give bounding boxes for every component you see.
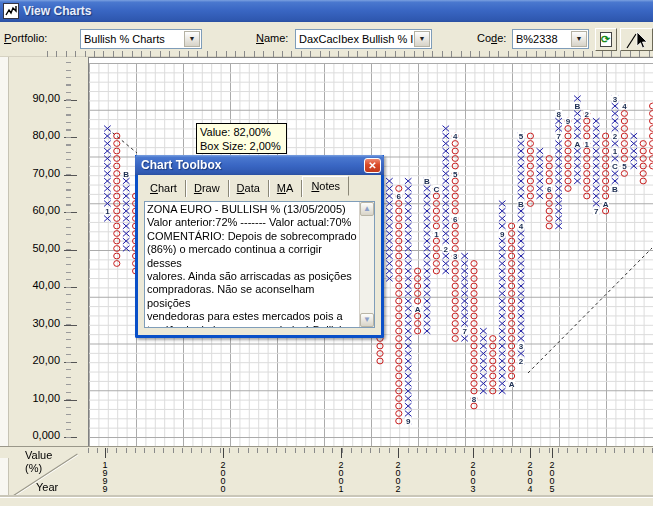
view-charts-window: { "window": { "title": "View Charts" }, … [0, 0, 653, 506]
y-axis-label: 0,000 [16, 429, 60, 441]
x-axis-year-tick [473, 448, 474, 458]
year-axis-title: Year [36, 481, 58, 493]
tab-ma[interactable]: MA [269, 180, 303, 197]
notes-editor[interactable]: ZONA EURO - BULLISH % (13/05/2005) Valor… [144, 201, 375, 328]
notes-scrollbar[interactable]: ▲ ▼ [359, 202, 374, 327]
y-axis-label: 70,00 [16, 167, 60, 179]
name-label: Name: [256, 32, 288, 44]
x-axis-tickband [0, 446, 653, 458]
toolbar: Portfolio: Bullish % Charts ▼ Name: DaxC… [0, 22, 653, 57]
tooltip-value-line: Value: 82,00% [200, 125, 283, 139]
portfolio-label: Portfolio: [4, 32, 47, 44]
code-dropdown-icon[interactable]: ▼ [571, 31, 587, 47]
x-axis-year-tick [530, 448, 531, 458]
x-axis-year-label: 2 0 0 5 [547, 461, 557, 493]
value-tooltip: Value: 82,00% Box Size: 2,00% [196, 123, 287, 154]
scroll-up-icon[interactable]: ▲ [360, 202, 374, 216]
y-axis-label: 90,00 [16, 92, 60, 104]
y-axis-label: 80,00 [16, 129, 60, 141]
x-axis-year-label: 2 0 0 3 [468, 461, 478, 493]
portfolio-dropdown-icon[interactable]: ▼ [184, 31, 200, 47]
refresh-button[interactable]: ⟳ [595, 28, 617, 51]
dialog-tabs: Chart Draw Data MA Notes [138, 175, 381, 197]
tab-notes[interactable]: Notes [302, 176, 349, 196]
bottom-edge-strip [0, 497, 653, 506]
name-dropdown-icon[interactable]: ▼ [414, 31, 430, 47]
y-axis-label: 30,00 [16, 317, 60, 329]
x-axis-year-tick [105, 448, 106, 458]
portfolio-value: Bullish % Charts [81, 33, 183, 45]
code-value: B%2338 [513, 33, 570, 45]
pointer-line-icon [625, 30, 649, 50]
notes-text[interactable]: ZONA EURO - BULLISH % (13/05/2005) Valor… [145, 202, 359, 327]
x-axis-year-label: 2 0 0 0 [218, 461, 228, 493]
tab-chart[interactable]: Chart [142, 180, 186, 197]
dialog-titlebar[interactable]: Chart Toolbox ✕ [135, 155, 384, 175]
x-axis-year-tick [552, 448, 553, 458]
x-axis-year-label: 2 0 0 1 [336, 461, 346, 493]
x-axis-year-tick [341, 448, 342, 458]
code-combobox[interactable]: B%2338 ▼ [512, 29, 589, 49]
name-combobox[interactable]: DaxCacIbex Bullish % I ▼ [295, 29, 432, 49]
x-axis-minor-ticks [88, 448, 653, 453]
y-axis-label: 50,00 [16, 242, 60, 254]
x-axis-year-label: 2 0 0 2 [393, 461, 403, 493]
dialog-close-icon[interactable]: ✕ [364, 158, 381, 173]
window-titlebar[interactable]: View Charts [0, 0, 653, 22]
name-value: DaxCacIbex Bullish % I [296, 33, 413, 45]
refresh-icon: ⟳ [600, 32, 612, 47]
y-axis-label: 10,00 [16, 392, 60, 404]
x-axis-year-tick [398, 448, 399, 458]
value-axis-title: Value (%) [25, 449, 52, 475]
tab-draw[interactable]: Draw [186, 180, 229, 197]
y-axis-label: 40,00 [16, 279, 60, 291]
left-edge-strip [0, 57, 9, 497]
y-axis-label: 20,00 [16, 354, 60, 366]
tooltip-boxsize-line: Box Size: 2,00% [200, 139, 283, 153]
x-axis-year-label: 2 0 0 4 [525, 461, 535, 493]
pointer-tool-button[interactable] [620, 28, 653, 51]
window-title: View Charts [23, 4, 91, 18]
dialog-title: Chart Toolbox [141, 158, 364, 172]
x-axis-year-tick [223, 448, 224, 458]
scroll-down-icon[interactable]: ▼ [360, 313, 374, 327]
y-axis-minor-ticks [66, 62, 71, 438]
tab-data[interactable]: Data [229, 180, 269, 197]
app-chart-icon [3, 3, 19, 19]
portfolio-combobox[interactable]: Bullish % Charts ▼ [80, 29, 202, 49]
y-axis-label: 60,00 [16, 204, 60, 216]
x-axis-year-label: 1 9 9 9 [100, 461, 110, 493]
chart-toolbox-dialog: Chart Toolbox ✕ Chart Draw Data MA Notes… [135, 155, 384, 338]
code-label: Code: [477, 32, 506, 44]
